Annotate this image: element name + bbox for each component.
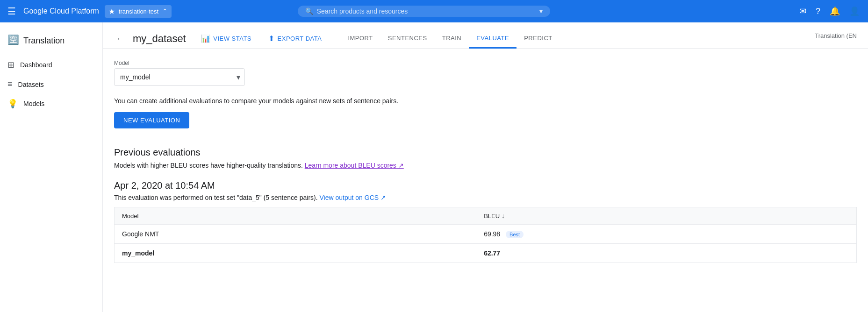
tabs: IMPORT SENTENCES TRAIN EVALUATE PREDICT: [340, 29, 560, 48]
datasets-icon: ≡: [7, 79, 13, 89]
navbar: ☰ Google Cloud Platform ★ translation-te…: [0, 0, 868, 22]
brand-text: Google Cloud Platform: [23, 7, 99, 15]
search-dropdown-icon[interactable]: ▾: [539, 7, 543, 15]
sidebar-item-dashboard[interactable]: ⊞ Dashboard: [0, 55, 99, 75]
brand-label: Google Cloud Platform: [23, 7, 99, 15]
prev-eval-desc-text: Models with higher BLEU scores have high…: [114, 162, 303, 169]
eval-table-header-row: Model BLEU ↓: [115, 207, 857, 225]
prev-eval-title: Previous evaluations: [114, 147, 857, 158]
export-data-button[interactable]: ⬆ EXPORT DATA: [263, 31, 327, 46]
sidebar-item-datasets[interactable]: ≡ Datasets: [0, 75, 99, 94]
tab-import[interactable]: IMPORT: [340, 29, 380, 49]
menu-icon[interactable]: ☰: [6, 4, 18, 19]
view-stats-button[interactable]: 📊 VIEW STATS: [195, 31, 257, 46]
navbar-right: ✉ ? 🔔 👤: [796, 3, 862, 19]
eval-date: Apr 2, 2020 at 10:54 AM: [114, 180, 857, 191]
view-stats-label: VIEW STATS: [213, 35, 251, 42]
content-area: Model my_model ▾ You can create addition…: [103, 49, 868, 285]
eval-info: This evaluation was performed on test se…: [114, 194, 857, 201]
help-icon[interactable]: ?: [813, 4, 823, 19]
learn-more-icon: ↗: [398, 162, 404, 169]
svg-text:🈳: 🈳: [7, 34, 19, 45]
row-model: my_model: [115, 244, 477, 263]
dashboard-icon: ⊞: [7, 60, 14, 70]
col-model: Model: [115, 207, 477, 225]
tab-train[interactable]: TRAIN: [435, 29, 469, 49]
col-bleu: BLEU ↓: [476, 207, 856, 225]
project-icon: ★: [108, 7, 115, 16]
view-output-icon: ↗: [380, 194, 386, 201]
best-badge: Best: [506, 231, 524, 238]
sidebar-nav: ⊞ Dashboard ≡ Datasets 💡 Models: [0, 55, 102, 113]
eval-info-text: This evaluation was performed on test se…: [114, 194, 318, 201]
eval-table-body: Google NMT 69.98 Best my_model: [115, 225, 857, 263]
learn-more-text: Learn more about BLEU scores: [305, 162, 396, 169]
view-output-text: View output on GCS: [320, 194, 379, 201]
export-data-icon: ⬆: [268, 34, 275, 43]
tab-sentences[interactable]: SENTENCES: [380, 29, 435, 49]
view-output-link[interactable]: View output on GCS ↗: [320, 194, 387, 201]
prev-eval-desc: Models with higher BLEU scores have high…: [114, 162, 857, 169]
back-button[interactable]: ←: [114, 31, 127, 46]
search-bar: 🔍 ▾: [298, 6, 550, 17]
sidebar-title: Translation: [23, 36, 65, 46]
eval-table-head: Model BLEU ↓: [115, 207, 857, 225]
model-selector: Model my_model ▾: [114, 60, 857, 86]
model-select[interactable]: my_model: [114, 68, 245, 86]
models-icon: 💡: [7, 99, 18, 109]
sidebar-item-label: Datasets: [18, 81, 44, 88]
mail-icon[interactable]: ✉: [796, 3, 809, 19]
sidebar-item-label: Models: [23, 100, 44, 107]
sidebar-item-label: Dashboard: [20, 61, 52, 69]
main-content: ← my_dataset 📊 VIEW STATS ⬆ EXPORT DATA …: [103, 22, 868, 312]
search-input[interactable]: [317, 7, 536, 15]
learn-more-link[interactable]: Learn more about BLEU scores ↗: [305, 162, 404, 169]
eval-entry: Apr 2, 2020 at 10:54 AM This evaluation …: [114, 180, 857, 263]
project-chevron-icon: ⌃: [162, 7, 168, 15]
eval-table: Model BLEU ↓: [114, 207, 857, 263]
page-header: ← my_dataset 📊 VIEW STATS ⬆ EXPORT DATA …: [103, 22, 868, 49]
description-text: You can create additional evaluations to…: [114, 97, 857, 105]
view-stats-icon: 📊: [201, 34, 211, 43]
new-evaluation-button[interactable]: NEW EVALUATION: [114, 112, 189, 128]
model-select-wrapper: my_model ▾: [114, 68, 245, 86]
table-row: Google NMT 69.98 Best: [115, 225, 857, 244]
sidebar-header: 🈳 Translation: [0, 28, 102, 55]
tab-predict[interactable]: PREDICT: [516, 29, 560, 49]
row-bleu: 62.77: [476, 244, 856, 263]
tab-evaluate[interactable]: EVALUATE: [469, 29, 516, 49]
translation-icon: 🈳: [7, 34, 19, 48]
sidebar-item-models[interactable]: 💡 Models: [0, 94, 99, 113]
sort-icon[interactable]: ↓: [502, 212, 505, 220]
project-selector[interactable]: ★ translation-test ⌃: [105, 5, 172, 18]
export-data-label: EXPORT DATA: [278, 35, 322, 42]
row-bleu: 69.98 Best: [476, 225, 856, 244]
notifications-icon[interactable]: 🔔: [827, 3, 843, 19]
table-row: my_model 62.77: [115, 244, 857, 263]
row-model: Google NMT: [115, 225, 477, 244]
sidebar: 🈳 Translation ⊞ Dashboard ≡ Datasets 💡 M…: [0, 22, 103, 312]
project-name: translation-test: [119, 8, 158, 15]
search-icon: 🔍: [305, 7, 313, 15]
app-layout: 🈳 Translation ⊞ Dashboard ≡ Datasets 💡 M…: [0, 22, 868, 312]
account-icon[interactable]: 👤: [846, 3, 862, 19]
prev-evaluations-section: Previous evaluations Models with higher …: [114, 147, 857, 263]
page-title: my_dataset: [133, 33, 186, 45]
right-label: Translation (EN: [815, 32, 857, 45]
bleu-header-text: BLEU: [484, 213, 500, 220]
model-label: Model: [114, 60, 857, 66]
